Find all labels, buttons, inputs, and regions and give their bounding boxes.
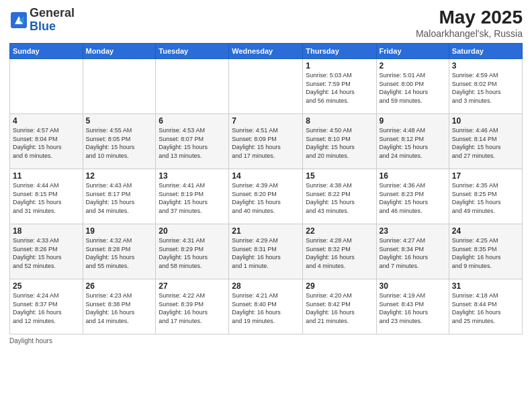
logo-blue: Blue bbox=[30, 19, 56, 33]
day-number: 17 bbox=[452, 171, 519, 181]
calendar-week-row: 18Sunrise: 4:33 AM Sunset: 8:26 PM Dayli… bbox=[10, 224, 523, 279]
day-number: 20 bbox=[159, 226, 226, 236]
day-info: Sunrise: 4:29 AM Sunset: 8:31 PM Dayligh… bbox=[232, 236, 300, 270]
calendar-cell bbox=[229, 59, 303, 114]
day-number: 13 bbox=[159, 171, 226, 181]
day-info: Sunrise: 4:48 AM Sunset: 8:12 PM Dayligh… bbox=[380, 126, 446, 160]
day-info: Sunrise: 4:55 AM Sunset: 8:05 PM Dayligh… bbox=[86, 126, 153, 160]
day-number: 15 bbox=[306, 171, 373, 181]
title-location: Maloarkhangel'sk, Russia bbox=[416, 28, 523, 39]
calendar-cell: 5Sunrise: 4:55 AM Sunset: 8:05 PM Daylig… bbox=[83, 114, 156, 169]
calendar-cell: 12Sunrise: 4:43 AM Sunset: 8:17 PM Dayli… bbox=[83, 169, 156, 224]
calendar-cell: 19Sunrise: 4:32 AM Sunset: 8:28 PM Dayli… bbox=[83, 224, 156, 279]
calendar-cell: 4Sunrise: 4:57 AM Sunset: 8:04 PM Daylig… bbox=[10, 114, 83, 169]
weekday-header-friday: Friday bbox=[376, 44, 449, 59]
calendar-cell: 31Sunrise: 4:18 AM Sunset: 8:44 PM Dayli… bbox=[449, 279, 522, 334]
calendar-cell: 13Sunrise: 4:41 AM Sunset: 8:19 PM Dayli… bbox=[156, 169, 229, 224]
calendar-week-row: 1Sunrise: 5:03 AM Sunset: 7:59 PM Daylig… bbox=[10, 59, 523, 114]
calendar-cell: 11Sunrise: 4:44 AM Sunset: 8:15 PM Dayli… bbox=[10, 169, 83, 224]
logo-icon bbox=[9, 11, 28, 30]
calendar-cell: 14Sunrise: 4:39 AM Sunset: 8:20 PM Dayli… bbox=[229, 169, 303, 224]
day-info: Sunrise: 4:43 AM Sunset: 8:17 PM Dayligh… bbox=[86, 181, 153, 215]
day-number: 1 bbox=[306, 61, 373, 71]
calendar-cell: 1Sunrise: 5:03 AM Sunset: 7:59 PM Daylig… bbox=[303, 59, 376, 114]
calendar-week-row: 4Sunrise: 4:57 AM Sunset: 8:04 PM Daylig… bbox=[10, 114, 523, 169]
calendar-cell: 6Sunrise: 4:53 AM Sunset: 8:07 PM Daylig… bbox=[156, 114, 229, 169]
day-info: Sunrise: 4:53 AM Sunset: 8:07 PM Dayligh… bbox=[159, 126, 226, 160]
calendar-cell: 20Sunrise: 4:31 AM Sunset: 8:29 PM Dayli… bbox=[156, 224, 229, 279]
day-info: Sunrise: 4:18 AM Sunset: 8:44 PM Dayligh… bbox=[452, 291, 519, 325]
day-info: Sunrise: 4:36 AM Sunset: 8:23 PM Dayligh… bbox=[380, 181, 446, 215]
calendar-cell: 2Sunrise: 5:01 AM Sunset: 8:00 PM Daylig… bbox=[376, 59, 449, 114]
day-number: 22 bbox=[306, 226, 373, 236]
calendar-cell: 17Sunrise: 4:35 AM Sunset: 8:25 PM Dayli… bbox=[449, 169, 522, 224]
day-number: 10 bbox=[452, 116, 519, 126]
day-info: Sunrise: 4:41 AM Sunset: 8:19 PM Dayligh… bbox=[159, 181, 226, 215]
day-info: Sunrise: 4:25 AM Sunset: 8:35 PM Dayligh… bbox=[452, 236, 519, 270]
day-info: Sunrise: 4:27 AM Sunset: 8:34 PM Dayligh… bbox=[380, 236, 446, 270]
calendar-cell: 23Sunrise: 4:27 AM Sunset: 8:34 PM Dayli… bbox=[376, 224, 449, 279]
weekday-header-thursday: Thursday bbox=[303, 44, 376, 59]
calendar-week-row: 25Sunrise: 4:24 AM Sunset: 8:37 PM Dayli… bbox=[10, 279, 523, 334]
day-number: 31 bbox=[452, 281, 519, 291]
day-info: Sunrise: 4:51 AM Sunset: 8:09 PM Dayligh… bbox=[232, 126, 300, 160]
day-info: Sunrise: 4:38 AM Sunset: 8:22 PM Dayligh… bbox=[306, 181, 373, 215]
day-number: 30 bbox=[380, 281, 446, 291]
day-info: Sunrise: 4:57 AM Sunset: 8:04 PM Dayligh… bbox=[13, 126, 80, 160]
day-info: Sunrise: 4:28 AM Sunset: 8:32 PM Dayligh… bbox=[306, 236, 373, 270]
calendar-cell bbox=[10, 59, 83, 114]
day-number: 5 bbox=[86, 116, 153, 126]
weekday-header-monday: Monday bbox=[83, 44, 156, 59]
day-number: 19 bbox=[86, 226, 153, 236]
day-info: Sunrise: 4:19 AM Sunset: 8:43 PM Dayligh… bbox=[380, 291, 446, 325]
calendar-cell: 22Sunrise: 4:28 AM Sunset: 8:32 PM Dayli… bbox=[303, 224, 376, 279]
footer-note: Daylight hours bbox=[9, 337, 523, 345]
day-info: Sunrise: 4:59 AM Sunset: 8:02 PM Dayligh… bbox=[452, 71, 519, 105]
day-number: 2 bbox=[380, 61, 446, 71]
day-number: 9 bbox=[380, 116, 446, 126]
calendar-week-row: 11Sunrise: 4:44 AM Sunset: 8:15 PM Dayli… bbox=[10, 169, 523, 224]
calendar-cell: 30Sunrise: 4:19 AM Sunset: 8:43 PM Dayli… bbox=[376, 279, 449, 334]
weekday-header-sunday: Sunday bbox=[10, 44, 83, 59]
logo-general: General bbox=[30, 6, 75, 19]
day-number: 26 bbox=[86, 281, 153, 291]
calendar-cell: 15Sunrise: 4:38 AM Sunset: 8:22 PM Dayli… bbox=[303, 169, 376, 224]
calendar-cell: 25Sunrise: 4:24 AM Sunset: 8:37 PM Dayli… bbox=[10, 279, 83, 334]
day-info: Sunrise: 5:01 AM Sunset: 8:00 PM Dayligh… bbox=[380, 71, 446, 105]
calendar-cell bbox=[156, 59, 229, 114]
weekday-header-tuesday: Tuesday bbox=[156, 44, 229, 59]
day-info: Sunrise: 4:39 AM Sunset: 8:20 PM Dayligh… bbox=[232, 181, 300, 215]
day-number: 21 bbox=[232, 226, 300, 236]
header: General Blue May 2025 Maloarkhangel'sk, … bbox=[9, 7, 523, 39]
day-number: 29 bbox=[306, 281, 373, 291]
day-info: Sunrise: 4:31 AM Sunset: 8:29 PM Dayligh… bbox=[159, 236, 226, 270]
day-number: 23 bbox=[380, 226, 446, 236]
weekday-header-saturday: Saturday bbox=[449, 44, 522, 59]
calendar-table: SundayMondayTuesdayWednesdayThursdayFrid… bbox=[9, 43, 523, 334]
day-info: Sunrise: 4:35 AM Sunset: 8:25 PM Dayligh… bbox=[452, 181, 519, 215]
day-info: Sunrise: 4:22 AM Sunset: 8:39 PM Dayligh… bbox=[159, 291, 226, 325]
day-info: Sunrise: 4:46 AM Sunset: 8:14 PM Dayligh… bbox=[452, 126, 519, 160]
calendar-cell: 18Sunrise: 4:33 AM Sunset: 8:26 PM Dayli… bbox=[10, 224, 83, 279]
day-info: Sunrise: 4:44 AM Sunset: 8:15 PM Dayligh… bbox=[13, 181, 80, 215]
logo: General Blue bbox=[9, 7, 75, 34]
day-number: 25 bbox=[13, 281, 80, 291]
day-info: Sunrise: 4:50 AM Sunset: 8:10 PM Dayligh… bbox=[306, 126, 373, 160]
calendar-cell: 10Sunrise: 4:46 AM Sunset: 8:14 PM Dayli… bbox=[449, 114, 522, 169]
day-info: Sunrise: 4:24 AM Sunset: 8:37 PM Dayligh… bbox=[13, 291, 80, 325]
calendar-header-row: SundayMondayTuesdayWednesdayThursdayFrid… bbox=[10, 44, 523, 59]
logo-text: General Blue bbox=[30, 7, 75, 34]
day-number: 14 bbox=[232, 171, 300, 181]
day-number: 8 bbox=[306, 116, 373, 126]
title-month: May 2025 bbox=[416, 7, 523, 28]
day-info: Sunrise: 5:03 AM Sunset: 7:59 PM Dayligh… bbox=[306, 71, 373, 105]
day-number: 11 bbox=[13, 171, 80, 181]
weekday-header-wednesday: Wednesday bbox=[229, 44, 303, 59]
calendar-cell: 21Sunrise: 4:29 AM Sunset: 8:31 PM Dayli… bbox=[229, 224, 303, 279]
calendar-cell: 26Sunrise: 4:23 AM Sunset: 8:38 PM Dayli… bbox=[83, 279, 156, 334]
calendar-cell: 7Sunrise: 4:51 AM Sunset: 8:09 PM Daylig… bbox=[229, 114, 303, 169]
calendar-cell: 29Sunrise: 4:20 AM Sunset: 8:42 PM Dayli… bbox=[303, 279, 376, 334]
day-number: 18 bbox=[13, 226, 80, 236]
calendar-cell: 3Sunrise: 4:59 AM Sunset: 8:02 PM Daylig… bbox=[449, 59, 522, 114]
day-info: Sunrise: 4:21 AM Sunset: 8:40 PM Dayligh… bbox=[232, 291, 300, 325]
